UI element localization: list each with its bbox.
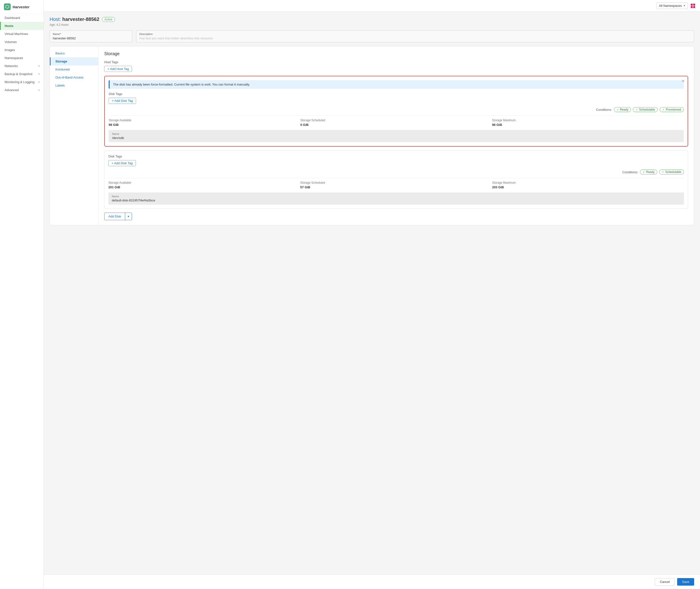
sidebar-item-label: Networks	[5, 64, 18, 68]
footer-actions: Add Disk ▾	[104, 213, 688, 220]
sidebar-item-hosts[interactable]: Hosts	[0, 22, 43, 30]
sidebar-item-monitoring-logging[interactable]: Monitoring & Logging ▾	[0, 78, 43, 86]
name-field[interactable]: Name* harvester-88562	[49, 30, 132, 42]
sidebar: Harvester Dashboard Hosts Virtual Machin…	[0, 0, 44, 589]
disk-card-2: Disk Tags + Add Disk Tag Conditions: ✓ R…	[104, 150, 688, 209]
sidebar-item-label: Hosts	[5, 24, 13, 28]
add-host-tag-button[interactable]: + Add Host Tag	[104, 66, 132, 72]
add-disk1-tag-button[interactable]: + Add Disk Tag	[109, 98, 136, 104]
add-disk-button[interactable]: Add Disk ▾	[104, 213, 132, 220]
sidebar-item-label: Virtual Machines	[5, 32, 28, 36]
description-field[interactable]: Description Any text you want that bette…	[136, 30, 694, 42]
main-content: All Namespaces ▾ Host: harvester-88562 A…	[44, 0, 700, 589]
form-row: Name* harvester-88562 Description Any te…	[49, 30, 694, 42]
two-panel: Basics Storage Ksmtuned Out-of-Band Acce…	[49, 46, 694, 225]
chevron-down-icon: ▾	[38, 73, 40, 75]
check-icon: ✓	[643, 170, 645, 174]
conditions-label: Conditions:	[622, 170, 638, 174]
sidebar-item-volumes[interactable]: Volumes	[0, 38, 43, 46]
check-icon: ✓	[617, 108, 619, 111]
left-nav-out-of-band-access[interactable]: Out-of-Band Access	[50, 73, 98, 81]
disk2-tags-label: Disk Tags	[109, 155, 684, 158]
chevron-down-icon: ▾	[684, 4, 685, 7]
chevron-down-icon: ▾	[38, 89, 40, 91]
sidebar-item-label: Advanced	[5, 88, 19, 92]
page-title-row: Host: harvester-88562 Active	[49, 16, 694, 22]
host-label: Host:	[49, 16, 61, 22]
sidebar-item-label: Backup & Snapshot	[5, 72, 32, 76]
disk1-name-row: Name /dev/sdb	[109, 130, 684, 142]
disk1-conditions: Conditions: ✓ Ready ✓ Schedulable ✓ Prov…	[109, 107, 684, 112]
close-icon[interactable]: ✕	[682, 79, 685, 83]
sidebar-item-dashboard[interactable]: Dashboard	[0, 14, 43, 22]
page-title: Host: harvester-88562	[49, 16, 100, 22]
chevron-down-icon: ▾	[38, 65, 40, 67]
check-icon: ✓	[662, 108, 665, 111]
disk2-name-row: Name default-disk-831957f4ef4a5bce	[109, 192, 684, 205]
logo-icon	[4, 3, 11, 10]
left-nav: Basics Storage Ksmtuned Out-of-Band Acce…	[50, 46, 99, 225]
page-age: Age: 4.2 hours	[49, 23, 694, 26]
sidebar-item-namespaces[interactable]: Namespaces	[0, 54, 43, 62]
condition-provisioned: ✓ Provisioned	[660, 107, 684, 112]
disk2-storage-stats: Storage Available 201 GiB Storage Schedu…	[109, 178, 684, 189]
right-panel: Storage Host Tags + Add Host Tag ✕ The d…	[99, 46, 694, 225]
page-header: Host: harvester-88562 Active Age: 4.2 ho…	[49, 16, 694, 26]
storage-maximum: Storage Maximum 203 GiB	[492, 181, 684, 189]
page-content: Host: harvester-88562 Active Age: 4.2 ho…	[44, 12, 700, 574]
sidebar-item-backup-snapshot[interactable]: Backup & Snapshot ▾	[0, 70, 43, 78]
storage-maximum: Storage Maximum 98 GiB	[492, 119, 684, 127]
namespace-label: All Namespaces	[659, 4, 682, 8]
sidebar-item-advanced[interactable]: Advanced ▾	[0, 86, 43, 94]
description-label: Description	[139, 33, 691, 35]
cancel-button[interactable]: Cancel	[655, 578, 675, 586]
condition-schedulable: ✓ Schedulable	[633, 107, 658, 112]
name-value: harvester-88562	[53, 36, 129, 40]
sidebar-item-label: Images	[5, 48, 15, 52]
storage-section-title: Storage	[104, 51, 688, 56]
check-icon: ✓	[636, 108, 638, 111]
storage-scheduled: Storage Scheduled 0 GiB	[301, 119, 492, 127]
conditions-label: Conditions:	[596, 108, 612, 112]
chevron-down-icon: ▾	[125, 213, 132, 220]
left-nav-storage[interactable]: Storage	[50, 57, 98, 65]
storage-scheduled: Storage Scheduled 57 GiB	[300, 181, 492, 189]
app-logo: Harvester	[0, 0, 43, 14]
condition-schedulable: ✓ Schedulable	[659, 170, 684, 175]
left-nav-labels[interactable]: Labels	[50, 81, 98, 89]
grid-view-icon[interactable]	[691, 4, 695, 8]
check-icon: ✓	[662, 170, 664, 174]
sidebar-item-images[interactable]: Images	[0, 46, 43, 54]
save-button[interactable]: Save	[677, 578, 694, 586]
sidebar-item-virtual-machines[interactable]: Virtual Machines	[0, 30, 43, 38]
sidebar-item-label: Dashboard	[5, 16, 20, 20]
page-footer: Cancel Save	[44, 574, 700, 589]
sidebar-item-label: Volumes	[5, 40, 17, 44]
sidebar-item-label: Monitoring & Logging	[5, 80, 34, 84]
storage-available: Storage Available 201 GiB	[109, 181, 300, 189]
left-nav-ksmtuned[interactable]: Ksmtuned	[50, 65, 98, 73]
host-name: harvester-88562	[62, 16, 99, 22]
storage-available: Storage Available 98 GiB	[109, 119, 301, 127]
left-nav-basics[interactable]: Basics	[50, 49, 98, 57]
disk2-conditions: Conditions: ✓ Ready ✓ Schedulable	[109, 170, 684, 175]
add-disk2-tag-button[interactable]: + Add Disk Tag	[109, 160, 136, 166]
disk1-storage-stats: Storage Available 98 GiB Storage Schedul…	[109, 116, 684, 127]
topbar: All Namespaces ▾	[44, 0, 700, 12]
chevron-down-icon: ▾	[38, 81, 40, 83]
disk1-tags-label: Disk Tags	[109, 92, 684, 96]
condition-ready: ✓ Ready	[640, 170, 657, 175]
description-placeholder: Any text you want that better describes …	[139, 36, 691, 40]
name-label: Name*	[53, 33, 129, 35]
namespace-selector[interactable]: All Namespaces ▾	[656, 2, 688, 9]
add-disk-label: Add Disk	[105, 213, 125, 220]
condition-ready: ✓ Ready	[614, 107, 631, 112]
disk-card-1: ✕ The disk has already been force-format…	[104, 76, 688, 147]
disk-alert: The disk has already been force-formatte…	[109, 80, 684, 89]
sidebar-item-networks[interactable]: Networks ▾	[0, 62, 43, 70]
sidebar-item-label: Namespaces	[5, 56, 23, 60]
app-name: Harvester	[13, 5, 29, 9]
status-badge: Active	[102, 17, 115, 22]
host-tags-label: Host Tags	[104, 60, 688, 64]
